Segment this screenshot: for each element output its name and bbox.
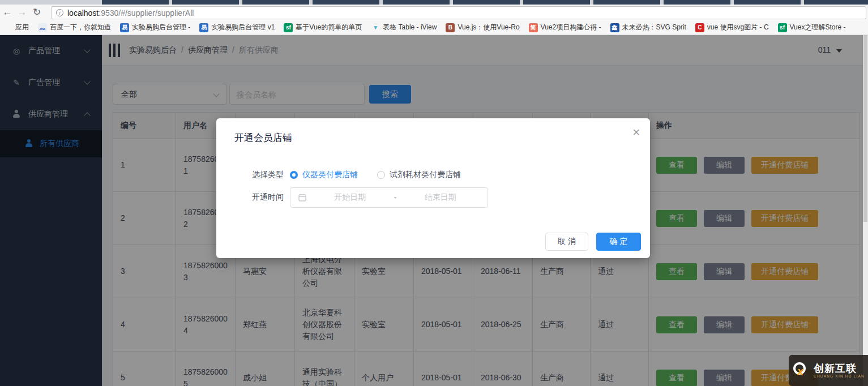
yigou-icon: 易 bbox=[120, 23, 129, 32]
sf-icon: sf bbox=[778, 23, 787, 32]
radio-label-instrument[interactable]: 仪器类付费店铺 bbox=[302, 170, 358, 180]
bookmark-label: vue 使用svg图片 - C bbox=[707, 23, 769, 32]
browser-toolbar: ← → ↻ i localhost:9530/#/supplier/suppli… bbox=[0, 5, 868, 20]
jian-icon: 简 bbox=[529, 23, 538, 32]
bookmark-item[interactable]: 易实验易购后台管理 v1 bbox=[199, 23, 275, 32]
date-separator: - bbox=[392, 193, 399, 202]
type-label: 选择类型 bbox=[216, 170, 290, 180]
bookmark-label: 应用 bbox=[15, 23, 29, 32]
page-scrollbar[interactable] bbox=[863, 35, 868, 386]
bookmark-item[interactable]: 易实验易购后台管理 - bbox=[120, 23, 190, 32]
xin-icon: 鑫 bbox=[610, 23, 619, 32]
forward-icon[interactable]: → bbox=[15, 5, 29, 20]
iview-icon: ▼ bbox=[371, 23, 380, 32]
browser-tab-strip bbox=[0, 0, 868, 5]
open-member-shop-modal: 开通会员店铺 × 选择类型 仪器类付费店铺 试剂耗材类付费店铺 开通时间 开始日… bbox=[216, 118, 650, 258]
watermark-logo-icon: x bbox=[793, 362, 810, 379]
app-page: ◎ 产品管理 ✎ 广告管理 供应商管理 所有供应商 实验易购后台/供应商管理/所… bbox=[0, 35, 868, 386]
bookmark-label: Vue.js：使用Vue-Ro bbox=[457, 23, 519, 32]
end-date-placeholder[interactable]: 结束日期 bbox=[399, 192, 482, 203]
baidu-icon: 灬 bbox=[38, 23, 47, 32]
cancel-button[interactable]: 取 消 bbox=[545, 233, 588, 251]
csdn-icon: C bbox=[695, 23, 704, 32]
watermark: x 创新互联 CHUANG XIN HU LIAN bbox=[789, 355, 868, 386]
bookmark-item[interactable]: 应用 bbox=[5, 23, 29, 32]
bookmark-label: 表格 Table - iView bbox=[383, 23, 437, 32]
sf-icon: sf bbox=[284, 23, 293, 32]
browser-tabs[interactable] bbox=[102, 0, 868, 5]
calendar-icon bbox=[298, 194, 306, 201]
bookmark-item[interactable]: ▼表格 Table - iView bbox=[371, 23, 437, 32]
modal-title: 开通会员店铺 bbox=[234, 131, 292, 144]
time-label: 开通时间 bbox=[216, 192, 290, 203]
bookmark-label: 实验易购后台管理 v1 bbox=[211, 23, 275, 32]
start-date-placeholder[interactable]: 开始日期 bbox=[309, 192, 392, 203]
yigou-icon: 易 bbox=[199, 23, 208, 32]
confirm-button[interactable]: 确 定 bbox=[596, 233, 641, 251]
radio-unchecked-icon[interactable] bbox=[377, 171, 385, 179]
bookmark-label: 实验易购后台管理 - bbox=[132, 23, 190, 32]
bookmark-label: 未来必热：SVG Sprit bbox=[622, 23, 686, 32]
close-icon[interactable]: × bbox=[632, 126, 640, 139]
bookmark-label: 百度一下，你就知道 bbox=[50, 23, 111, 32]
scrollbar-thumb[interactable] bbox=[863, 35, 867, 222]
bookmark-item[interactable]: 简Vue2项目构建心得 - bbox=[529, 23, 601, 32]
bookmark-item[interactable]: Cvue 使用svg图片 - C bbox=[695, 23, 769, 32]
bookmark-item[interactable]: BVue.js：使用Vue-Ro bbox=[446, 23, 519, 32]
modal-footer: 取 消 确 定 bbox=[545, 233, 641, 251]
time-row: 开通时间 开始日期 - 结束日期 bbox=[216, 187, 488, 208]
type-radio-row: 选择类型 仪器类付费店铺 试剂耗材类付费店铺 bbox=[216, 170, 461, 180]
url-text: localhost:9530/#/supplier/supplierAll bbox=[67, 8, 194, 18]
watermark-subtitle: CHUANG XIN HU LIAN bbox=[814, 374, 865, 379]
bjs-icon: B bbox=[446, 23, 455, 32]
bookmark-label: Vue2项目构建心得 - bbox=[541, 23, 601, 32]
bookmark-label: 基于Vue的简单的单页 bbox=[296, 23, 362, 32]
page-info-icon[interactable]: i bbox=[56, 9, 63, 16]
url-host: localhost bbox=[67, 8, 99, 18]
watermark-title: 创新互联 bbox=[814, 363, 865, 374]
apps-grid-icon bbox=[5, 24, 12, 32]
date-range-input[interactable]: 开始日期 - 结束日期 bbox=[290, 187, 488, 208]
url-path: :9530/#/supplier/supplierAll bbox=[99, 8, 194, 18]
bookmark-item[interactable]: sf基于Vue的简单的单页 bbox=[284, 23, 362, 32]
refresh-icon[interactable]: ↻ bbox=[29, 5, 44, 20]
bookmark-item[interactable]: 灬百度一下，你就知道 bbox=[38, 23, 111, 32]
back-icon[interactable]: ← bbox=[0, 5, 15, 20]
bookmark-label: Vuex之理解Store - bbox=[790, 23, 846, 32]
radio-label-reagent[interactable]: 试剂耗材类付费店铺 bbox=[390, 170, 461, 180]
bookmark-item[interactable]: 鑫未来必热：SVG Sprit bbox=[610, 23, 686, 32]
bookmarks-bar: 应用灬百度一下，你就知道易实验易购后台管理 -易实验易购后台管理 v1sf基于V… bbox=[0, 20, 868, 35]
address-bar[interactable]: i localhost:9530/#/supplier/supplierAll bbox=[51, 6, 866, 19]
radio-checked-icon[interactable] bbox=[290, 171, 298, 179]
bookmark-item[interactable]: sfVuex之理解Store - bbox=[778, 23, 846, 32]
